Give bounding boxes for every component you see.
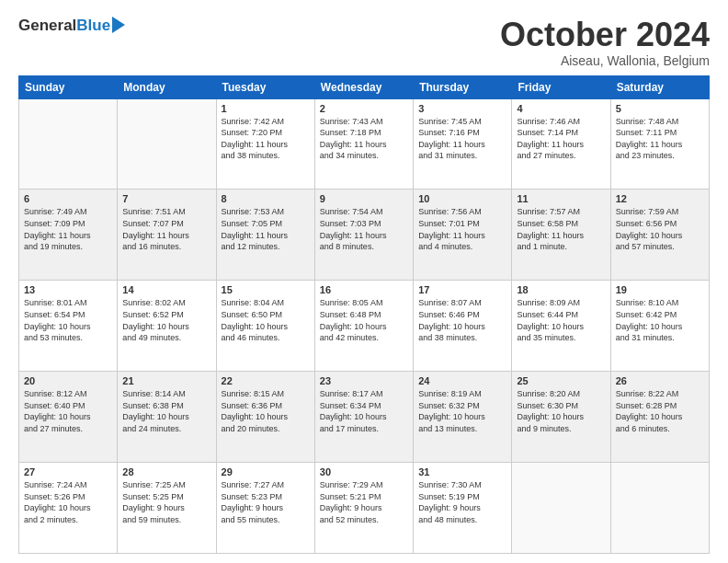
day-info: Sunrise: 7:29 AM Sunset: 5:21 PM Dayligh… [320,479,408,525]
calendar-week-row: 27Sunrise: 7:24 AM Sunset: 5:26 PM Dayli… [19,463,710,554]
day-info: Sunrise: 8:14 AM Sunset: 6:38 PM Dayligh… [122,388,210,434]
calendar-week-row: 6Sunrise: 7:49 AM Sunset: 7:09 PM Daylig… [19,190,710,281]
day-info: Sunrise: 7:56 AM Sunset: 7:01 PM Dayligh… [418,206,506,252]
title-section: October 2024 Aiseau, Wallonia, Belgium [500,17,710,68]
location-subtitle: Aiseau, Wallonia, Belgium [500,53,710,68]
table-row: 17Sunrise: 8:07 AM Sunset: 6:46 PM Dayli… [414,281,512,372]
table-row [512,463,610,554]
day-number: 19 [616,284,704,295]
table-row: 3Sunrise: 7:45 AM Sunset: 7:16 PM Daylig… [414,98,512,190]
day-number: 14 [122,284,210,295]
day-info: Sunrise: 7:30 AM Sunset: 5:19 PM Dayligh… [418,479,506,525]
day-info: Sunrise: 8:22 AM Sunset: 6:28 PM Dayligh… [616,388,704,434]
col-monday: Monday [118,75,216,98]
table-row: 6Sunrise: 7:49 AM Sunset: 7:09 PM Daylig… [19,190,118,281]
logo-arrow-icon [112,17,125,33]
table-row: 13Sunrise: 8:01 AM Sunset: 6:54 PM Dayli… [19,281,118,372]
calendar-header-row: Sunday Monday Tuesday Wednesday Thursday… [19,75,710,98]
logo-blue: Blue [76,17,110,34]
logo: GeneralBlue [18,17,125,35]
day-number: 8 [222,193,310,204]
table-row: 20Sunrise: 8:12 AM Sunset: 6:40 PM Dayli… [19,372,118,463]
day-number: 15 [222,284,310,295]
header: GeneralBlue October 2024 Aiseau, Walloni… [18,17,710,68]
day-number: 13 [24,284,112,295]
day-number: 18 [517,284,605,295]
table-row: 27Sunrise: 7:24 AM Sunset: 5:26 PM Dayli… [19,463,118,554]
day-info: Sunrise: 8:12 AM Sunset: 6:40 PM Dayligh… [24,388,112,434]
day-number: 22 [222,375,310,386]
day-info: Sunrise: 7:24 AM Sunset: 5:26 PM Dayligh… [24,479,112,525]
day-info: Sunrise: 8:15 AM Sunset: 6:36 PM Dayligh… [222,388,310,434]
day-number: 27 [24,466,112,477]
table-row: 21Sunrise: 8:14 AM Sunset: 6:38 PM Dayli… [118,372,216,463]
day-info: Sunrise: 8:04 AM Sunset: 6:50 PM Dayligh… [222,297,310,343]
day-number: 29 [222,466,310,477]
table-row: 15Sunrise: 8:04 AM Sunset: 6:50 PM Dayli… [216,281,314,372]
col-sunday: Sunday [19,75,118,98]
table-row: 23Sunrise: 8:17 AM Sunset: 6:34 PM Dayli… [314,372,413,463]
table-row: 5Sunrise: 7:48 AM Sunset: 7:11 PM Daylig… [610,98,709,190]
day-number: 30 [320,466,408,477]
day-info: Sunrise: 8:05 AM Sunset: 6:48 PM Dayligh… [320,297,408,343]
day-info: Sunrise: 7:42 AM Sunset: 7:20 PM Dayligh… [222,116,310,162]
day-info: Sunrise: 7:48 AM Sunset: 7:11 PM Dayligh… [616,116,704,162]
logo-text: GeneralBlue [18,17,110,35]
day-number: 21 [122,375,210,386]
day-info: Sunrise: 7:54 AM Sunset: 7:03 PM Dayligh… [320,206,408,252]
day-info: Sunrise: 7:25 AM Sunset: 5:25 PM Dayligh… [122,479,210,525]
col-friday: Friday [512,75,610,98]
day-number: 10 [418,193,506,204]
table-row: 4Sunrise: 7:46 AM Sunset: 7:14 PM Daylig… [512,98,610,190]
day-info: Sunrise: 8:10 AM Sunset: 6:42 PM Dayligh… [616,297,704,343]
day-number: 28 [122,466,210,477]
day-info: Sunrise: 8:02 AM Sunset: 6:52 PM Dayligh… [122,297,210,343]
table-row: 7Sunrise: 7:51 AM Sunset: 7:07 PM Daylig… [118,190,216,281]
day-info: Sunrise: 7:27 AM Sunset: 5:23 PM Dayligh… [222,479,310,525]
day-number: 4 [517,103,605,114]
day-info: Sunrise: 7:51 AM Sunset: 7:07 PM Dayligh… [122,206,210,252]
day-info: Sunrise: 7:43 AM Sunset: 7:18 PM Dayligh… [320,116,408,162]
calendar-week-row: 1Sunrise: 7:42 AM Sunset: 7:20 PM Daylig… [19,98,710,190]
table-row: 2Sunrise: 7:43 AM Sunset: 7:18 PM Daylig… [314,98,413,190]
day-number: 5 [616,103,704,114]
day-number: 26 [616,375,704,386]
table-row: 29Sunrise: 7:27 AM Sunset: 5:23 PM Dayli… [216,463,314,554]
table-row: 22Sunrise: 8:15 AM Sunset: 6:36 PM Dayli… [216,372,314,463]
day-info: Sunrise: 8:17 AM Sunset: 6:34 PM Dayligh… [320,388,408,434]
day-number: 16 [320,284,408,295]
table-row: 8Sunrise: 7:53 AM Sunset: 7:05 PM Daylig… [216,190,314,281]
day-info: Sunrise: 7:59 AM Sunset: 6:56 PM Dayligh… [616,206,704,252]
day-info: Sunrise: 7:53 AM Sunset: 7:05 PM Dayligh… [222,206,310,252]
day-number: 3 [418,103,506,114]
table-row: 31Sunrise: 7:30 AM Sunset: 5:19 PM Dayli… [414,463,512,554]
day-info: Sunrise: 7:45 AM Sunset: 7:16 PM Dayligh… [418,116,506,162]
table-row: 30Sunrise: 7:29 AM Sunset: 5:21 PM Dayli… [314,463,413,554]
day-info: Sunrise: 7:46 AM Sunset: 7:14 PM Dayligh… [517,116,605,162]
table-row: 10Sunrise: 7:56 AM Sunset: 7:01 PM Dayli… [414,190,512,281]
table-row: 1Sunrise: 7:42 AM Sunset: 7:20 PM Daylig… [216,98,314,190]
logo-general: General [18,17,76,34]
col-saturday: Saturday [610,75,709,98]
table-row: 19Sunrise: 8:10 AM Sunset: 6:42 PM Dayli… [610,281,709,372]
page: GeneralBlue October 2024 Aiseau, Walloni… [0,0,728,563]
day-number: 11 [517,193,605,204]
table-row: 26Sunrise: 8:22 AM Sunset: 6:28 PM Dayli… [610,372,709,463]
day-number: 9 [320,193,408,204]
table-row [610,463,709,554]
day-info: Sunrise: 7:57 AM Sunset: 6:58 PM Dayligh… [517,206,605,252]
table-row: 12Sunrise: 7:59 AM Sunset: 6:56 PM Dayli… [610,190,709,281]
table-row [19,98,118,190]
day-number: 1 [222,103,310,114]
day-number: 2 [320,103,408,114]
table-row [118,98,216,190]
col-tuesday: Tuesday [216,75,314,98]
day-number: 24 [418,375,506,386]
table-row: 24Sunrise: 8:19 AM Sunset: 6:32 PM Dayli… [414,372,512,463]
day-number: 12 [616,193,704,204]
day-number: 7 [122,193,210,204]
table-row: 28Sunrise: 7:25 AM Sunset: 5:25 PM Dayli… [118,463,216,554]
day-number: 6 [24,193,112,204]
day-info: Sunrise: 8:19 AM Sunset: 6:32 PM Dayligh… [418,388,506,434]
col-thursday: Thursday [414,75,512,98]
